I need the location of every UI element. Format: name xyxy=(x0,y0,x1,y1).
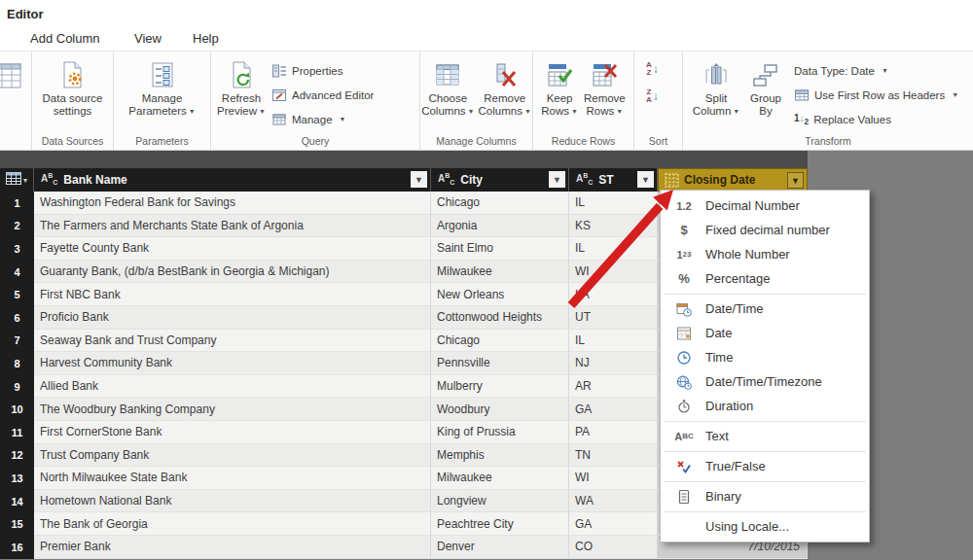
row-number[interactable]: 14 xyxy=(0,490,34,513)
menu-item-date[interactable]: Date xyxy=(661,321,869,345)
column-header-bank-name[interactable]: ABC Bank Name ▼ xyxy=(34,168,431,192)
data-type-button[interactable]: Data Type: Date ▼ xyxy=(794,58,958,83)
cell-city[interactable]: Peachtree City xyxy=(431,512,569,536)
keep-rows-button[interactable]: Keep Rows▼ xyxy=(541,52,578,118)
cell-city[interactable]: Woodbury xyxy=(431,398,569,421)
cell-bank-name[interactable]: Washington Federal Bank for Savings xyxy=(34,192,431,215)
group-by-button[interactable]: Group By xyxy=(743,52,788,118)
cell-st[interactable]: CO xyxy=(569,536,658,559)
cell-bank-name[interactable]: First CornerStone Bank xyxy=(34,421,431,444)
menu-item-binary[interactable]: Binary xyxy=(661,484,869,508)
cell-st[interactable]: WI xyxy=(569,261,658,284)
filter-button-closing-date[interactable]: ▼ xyxy=(787,172,804,189)
replace-values-button[interactable]: 1↓2 Replace Values xyxy=(794,107,958,131)
cell-city[interactable]: New Orleans xyxy=(431,283,569,306)
row-number[interactable]: 10 xyxy=(0,398,34,421)
sort-ascending-button[interactable]: AZ ↓ xyxy=(646,58,659,80)
sort-descending-button[interactable]: ZA ↓ xyxy=(646,86,659,107)
data-source-settings-button[interactable]: Data source settings xyxy=(42,52,102,118)
menu-item-whole-number[interactable]: 123 Whole Number xyxy=(661,242,869,266)
cell-st[interactable]: GA xyxy=(569,398,658,421)
cell-st[interactable]: KS xyxy=(569,215,658,238)
row-number[interactable]: 6 xyxy=(0,306,34,330)
cell-city[interactable]: Denver xyxy=(431,536,569,559)
cell-bank-name[interactable]: First NBC Bank xyxy=(34,283,431,306)
cell-bank-name[interactable]: Seaway Bank and Trust Company xyxy=(34,330,431,353)
row-number[interactable]: 3 xyxy=(0,237,34,261)
split-column-button[interactable]: Split Column▼ xyxy=(689,52,743,118)
use-first-row-as-headers-button[interactable]: Use First Row as Headers ▼ xyxy=(794,83,958,107)
cell-bank-name[interactable]: The Bank of Georgia xyxy=(34,512,431,536)
cell-city[interactable]: Cottonwood Heights xyxy=(431,306,569,330)
column-header-closing-date[interactable]: Closing Date ▼ xyxy=(658,168,808,192)
choose-columns-button[interactable]: Choose Columns▼ xyxy=(421,52,474,118)
cell-city[interactable]: Milwaukee xyxy=(431,467,569,490)
menu-item-datetime[interactable]: Date/Time xyxy=(661,297,869,321)
cell-city[interactable]: Memphis xyxy=(431,444,569,468)
cell-city[interactable]: Mulberry xyxy=(431,375,569,399)
cell-bank-name[interactable]: North Milwaukee State Bank xyxy=(34,467,431,490)
advanced-editor-button[interactable]: Advanced Editor xyxy=(271,83,374,107)
row-number[interactable]: 1 xyxy=(0,192,34,215)
cell-bank-name[interactable]: Hometown National Bank xyxy=(34,490,431,513)
menu-item-duration[interactable]: Duration xyxy=(661,394,869,418)
menu-item-using-locale[interactable]: Using Locale... xyxy=(661,514,869,539)
cell-bank-name[interactable]: The Woodbury Banking Company xyxy=(34,398,431,421)
tab-add-column[interactable]: Add Column xyxy=(30,31,100,46)
cell-city[interactable]: Longview xyxy=(431,490,569,513)
cell-bank-name[interactable]: Proficio Bank xyxy=(34,306,431,330)
select-all-button[interactable]: ▾ xyxy=(0,168,34,192)
cell-city[interactable]: Chicago xyxy=(431,330,569,353)
cell-city[interactable]: Pennsville xyxy=(431,352,569,375)
cell-bank-name[interactable]: Harvest Community Bank xyxy=(34,352,431,375)
cell-st[interactable]: IL xyxy=(569,237,658,261)
cell-city[interactable]: Milwaukee xyxy=(431,261,569,284)
cell-st[interactable]: TN xyxy=(569,444,658,468)
row-number[interactable]: 12 xyxy=(0,444,34,468)
row-number[interactable]: 11 xyxy=(0,421,34,444)
cell-st[interactable]: IL xyxy=(569,330,658,353)
cell-bank-name[interactable]: Allied Bank xyxy=(34,375,431,399)
cell-st[interactable]: WI xyxy=(569,467,658,490)
menu-item-datetimezone[interactable]: Date/Time/Timezone xyxy=(661,369,869,394)
row-number[interactable]: 2 xyxy=(0,215,34,238)
row-number[interactable]: 9 xyxy=(0,375,34,399)
cell-st[interactable]: IL xyxy=(569,192,658,215)
filter-button-city[interactable]: ▼ xyxy=(549,171,565,188)
remove-rows-button[interactable]: Remove Rows▼ xyxy=(584,52,626,118)
cell-bank-name[interactable]: Guaranty Bank, (d/b/a BestBank in Georgi… xyxy=(34,261,431,284)
cell-st[interactable]: GA xyxy=(569,512,658,536)
tab-help[interactable]: Help xyxy=(193,31,219,46)
menu-item-decimal-number[interactable]: 1.2 Decimal Number xyxy=(661,193,869,218)
cell-bank-name[interactable]: Trust Company Bank xyxy=(34,444,431,468)
menu-item-percentage[interactable]: % Percentage xyxy=(661,266,869,291)
closing-type-icon[interactable] xyxy=(663,172,680,188)
cell-city[interactable]: Saint Elmo xyxy=(431,237,569,261)
filter-button-bank-name[interactable]: ▼ xyxy=(411,171,427,188)
row-number[interactable]: 4 xyxy=(0,261,34,284)
menu-item-time[interactable]: Time xyxy=(661,345,869,369)
remove-columns-button[interactable]: Remove Columns▼ xyxy=(479,52,531,118)
menu-item-truefalse[interactable]: True/False xyxy=(661,454,869,478)
tab-view[interactable]: View xyxy=(134,31,162,46)
cell-city[interactable]: Argonia xyxy=(431,215,569,238)
cell-bank-name[interactable]: Premier Bank xyxy=(34,536,431,559)
menu-item-text[interactable]: ABC Text xyxy=(661,424,869,448)
column-header-city[interactable]: ABC City ▼ xyxy=(431,168,569,192)
row-number[interactable]: 8 xyxy=(0,352,34,375)
row-number[interactable]: 15 xyxy=(0,512,34,536)
row-number[interactable]: 7 xyxy=(0,330,34,353)
manage-button[interactable]: Manage ▼ xyxy=(271,107,374,131)
cell-city[interactable]: Chicago xyxy=(431,192,569,215)
column-header-st[interactable]: ABC ST ▼ xyxy=(569,168,658,192)
row-number[interactable]: 16 xyxy=(0,536,34,559)
row-number[interactable]: 13 xyxy=(0,467,34,490)
row-number[interactable]: 5 xyxy=(0,283,34,306)
cell-st[interactable]: UT xyxy=(569,306,658,330)
cell-bank-name[interactable]: Fayette County Bank xyxy=(34,237,431,261)
cell-city[interactable]: King of Prussia xyxy=(431,421,569,444)
cell-st[interactable]: LA xyxy=(569,283,658,306)
cell-st[interactable]: NJ xyxy=(569,352,658,375)
cell-st[interactable]: PA xyxy=(569,421,658,444)
filter-button-st[interactable]: ▼ xyxy=(637,171,654,188)
